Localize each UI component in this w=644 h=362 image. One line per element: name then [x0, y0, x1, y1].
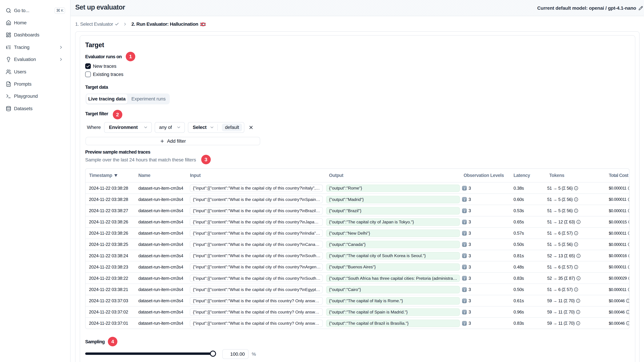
svg-text:i: i: [464, 288, 465, 292]
svg-text:i: i: [464, 231, 465, 235]
svg-text:i: i: [464, 265, 465, 269]
svg-text:i: i: [464, 277, 465, 280]
svg-text:i: i: [464, 254, 465, 258]
svg-text:i: i: [464, 209, 465, 213]
svg-text:i: i: [464, 198, 465, 201]
svg-text:i: i: [464, 220, 465, 224]
svg-text:i: i: [464, 186, 465, 190]
svg-text:i: i: [464, 243, 465, 247]
svg-text:i: i: [464, 310, 465, 314]
svg-text:i: i: [464, 299, 465, 303]
svg-text:i: i: [464, 322, 465, 325]
